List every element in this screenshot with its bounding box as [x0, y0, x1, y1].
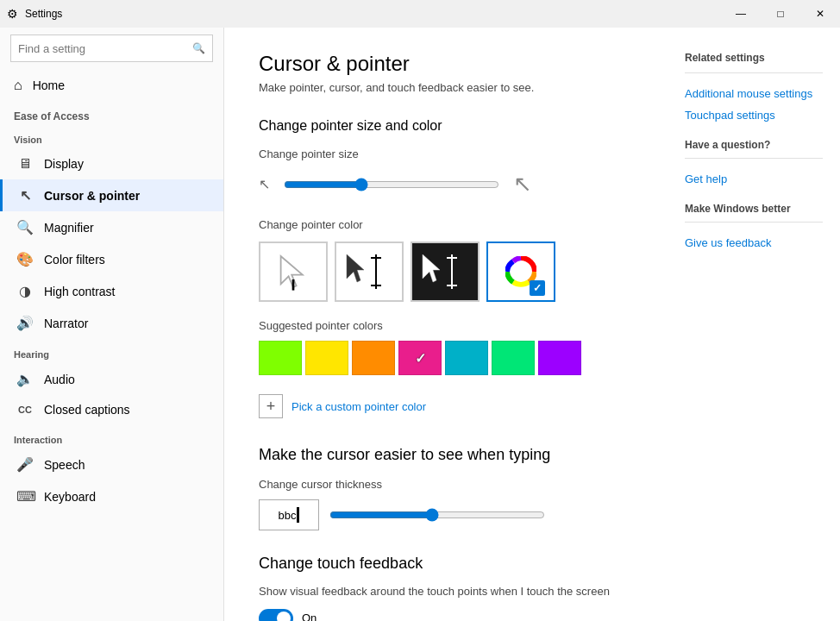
custom-color-button[interactable]: + Pick a custom pointer color — [259, 387, 426, 425]
scolor-teal[interactable] — [445, 341, 488, 375]
windows-better-title: Make Windows better — [685, 203, 823, 215]
settings-icon: ⚙ — [7, 7, 18, 21]
cursor-preview-box: bbc — [259, 499, 319, 530]
speech-icon: 🎤 — [16, 456, 34, 473]
divider — [685, 72, 823, 73]
sidebar-section-label: Ease of Access — [0, 102, 223, 124]
color-option-black[interactable] — [335, 242, 404, 302]
white-cursor-icon — [278, 253, 309, 291]
home-button[interactable]: ⌂ Home — [0, 69, 223, 102]
touch-toggle[interactable] — [259, 609, 293, 622]
cursor-bar — [297, 507, 299, 523]
scolor-pink[interactable] — [398, 341, 442, 375]
sidebar-item-label: Keyboard — [44, 490, 96, 504]
hearing-section-title: Hearing — [0, 339, 223, 363]
audio-icon: 🔈 — [16, 371, 34, 387]
keyboard-icon: ⌨ — [16, 488, 34, 505]
sidebar-item-closed-captions[interactable]: CC Closed captions — [0, 395, 223, 424]
color-option-white[interactable] — [259, 242, 328, 302]
section2-title: Make the cursor easier to see when typin… — [259, 446, 633, 464]
question-title: Have a question? — [685, 139, 823, 151]
scolor-lime[interactable] — [259, 341, 302, 375]
sidebar-item-label: Magnifier — [44, 221, 94, 235]
touch-toggle-row: On — [259, 609, 633, 622]
sidebar-item-display[interactable]: 🖥 Display — [0, 148, 223, 179]
search-input[interactable] — [18, 42, 192, 55]
touch-description: Show visual feedback around the touch po… — [259, 583, 633, 600]
restore-button[interactable]: □ — [761, 0, 800, 28]
sidebar-item-speech[interactable]: 🎤 Speech — [0, 448, 223, 480]
scolor-mint[interactable] — [492, 341, 535, 375]
sidebar-item-high-contrast[interactable]: ◑ High contrast — [0, 275, 223, 307]
sidebar-item-narrator[interactable]: 🔊 Narrator — [0, 307, 223, 339]
home-icon: ⌂ — [14, 78, 22, 93]
sidebar-item-label: Audio — [44, 373, 75, 386]
mouse-settings-link[interactable]: Additional mouse settings — [685, 87, 823, 100]
minimize-button[interactable]: — — [721, 0, 761, 28]
pointer-color-row: ✓ — [259, 242, 633, 302]
sidebar-item-label: Speech — [44, 458, 85, 472]
section3-title: Change touch feedback — [259, 555, 633, 573]
custom-color-label: Pick a custom pointer color — [291, 400, 426, 413]
suggested-colors-label: Suggested pointer colors — [259, 319, 633, 332]
touchpad-settings-link[interactable]: Touchpad settings — [685, 109, 823, 122]
vision-section-title: Vision — [0, 124, 223, 148]
closed-captions-icon: CC — [16, 405, 34, 415]
sidebar: 🔍 ⌂ Home Ease of Access Vision 🖥 Display… — [0, 28, 224, 621]
cursor-thickness-row: bbc — [259, 499, 633, 530]
black-cursor-icon — [343, 250, 395, 293]
pointer-size-label: Change pointer size — [259, 147, 633, 160]
pointer-size-slider[interactable] — [284, 178, 499, 191]
color-option-inverted[interactable] — [411, 242, 480, 302]
cursor-preview-text: bbc — [279, 509, 297, 522]
interaction-section-title: Interaction — [0, 424, 223, 448]
sidebar-item-label: High contrast — [44, 285, 115, 298]
color-filters-icon: 🎨 — [16, 251, 34, 267]
sidebar-item-color-filters[interactable]: 🎨 Color filters — [0, 243, 223, 275]
pointer-color-label: Change pointer color — [259, 218, 633, 231]
titlebar: ⚙ Settings — □ ✕ — [0, 0, 840, 28]
display-icon: 🖥 — [16, 156, 34, 172]
titlebar-controls: — □ ✕ — [721, 0, 840, 28]
page-title: Cursor & pointer — [259, 52, 633, 76]
cursor-thickness-label: Change cursor thickness — [259, 478, 633, 491]
sidebar-item-cursor-pointer[interactable]: ↖ Cursor & pointer — [0, 179, 223, 211]
sidebar-item-label: Color filters — [44, 253, 105, 267]
svg-marker-2 — [347, 254, 364, 282]
divider3 — [685, 222, 823, 223]
cursor-thickness-slider[interactable] — [329, 508, 545, 522]
pointer-small-icon: ↖ — [259, 176, 270, 192]
sidebar-item-magnifier[interactable]: 🔍 Magnifier — [0, 211, 223, 243]
toggle-knob — [277, 612, 291, 622]
titlebar-left: ⚙ Settings — [7, 7, 62, 21]
main-content: Cursor & pointer Make pointer, cursor, a… — [224, 28, 668, 621]
search-container[interactable]: 🔍 — [10, 34, 213, 62]
sidebar-item-audio[interactable]: 🔈 Audio — [0, 363, 223, 395]
titlebar-title: Settings — [25, 8, 62, 20]
high-contrast-icon: ◑ — [16, 283, 34, 299]
close-button[interactable]: ✕ — [800, 0, 840, 28]
feedback-link[interactable]: Give us feedback — [685, 236, 823, 249]
scolor-purple[interactable] — [538, 341, 581, 375]
pointer-large-icon: ↖ — [513, 171, 532, 198]
pointer-size-slider-container: ↖ ↖ — [259, 171, 633, 198]
scolor-orange[interactable] — [352, 341, 395, 375]
divider2 — [685, 158, 823, 159]
app-container: 🔍 ⌂ Home Ease of Access Vision 🖥 Display… — [0, 28, 840, 621]
sidebar-item-label: Narrator — [44, 317, 88, 330]
svg-marker-0 — [281, 256, 303, 287]
color-option-custom[interactable]: ✓ — [486, 242, 555, 302]
right-panel: Related settings Additional mouse settin… — [668, 28, 840, 621]
page-subtitle: Make pointer, cursor, and touch feedback… — [259, 81, 633, 94]
scolor-yellow[interactable] — [305, 341, 348, 375]
svg-marker-6 — [423, 254, 440, 282]
inverted-cursor-icon — [419, 250, 471, 293]
search-icon: 🔍 — [192, 42, 205, 54]
sidebar-item-keyboard[interactable]: ⌨ Keyboard — [0, 480, 223, 512]
sidebar-item-label: Cursor & pointer — [44, 189, 140, 203]
get-help-link[interactable]: Get help — [685, 172, 823, 185]
plus-icon: + — [259, 394, 283, 418]
home-label: Home — [33, 78, 65, 92]
section1-title: Change pointer size and color — [259, 118, 633, 134]
related-settings-title: Related settings — [685, 52, 823, 64]
